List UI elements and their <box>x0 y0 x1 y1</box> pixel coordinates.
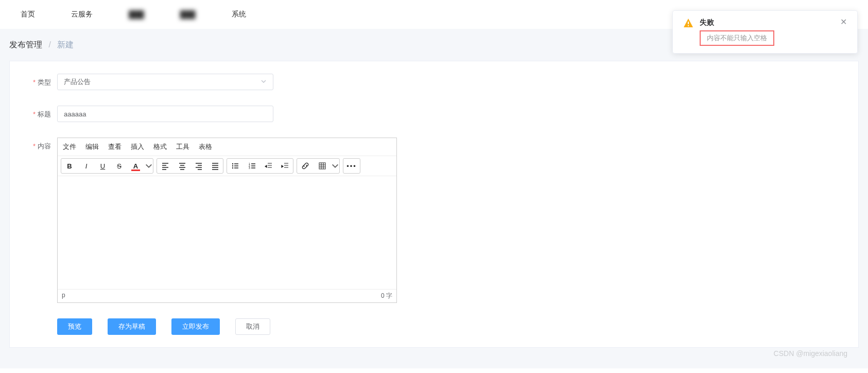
menu-edit[interactable]: 编辑 <box>85 142 99 151</box>
rich-text-editor: 文件 编辑 查看 插入 格式 工具 表格 B I U S A <box>57 138 397 303</box>
nav-item-system[interactable]: 系统 <box>232 10 246 19</box>
italic-icon[interactable]: I <box>78 159 94 173</box>
text-color-dropdown-icon[interactable] <box>144 159 153 173</box>
cancel-button[interactable]: 取消 <box>235 318 270 335</box>
underline-icon[interactable]: U <box>94 159 111 173</box>
svg-point-2 <box>232 167 233 168</box>
chevron-down-icon <box>261 78 267 86</box>
menu-format[interactable]: 格式 <box>153 142 167 151</box>
nav-item-home[interactable]: 首页 <box>21 10 35 19</box>
type-select-value: 产品公告 <box>64 77 91 87</box>
close-icon[interactable]: ✕ <box>840 18 847 46</box>
bold-icon[interactable]: B <box>61 159 78 173</box>
warning-icon <box>683 18 693 28</box>
outdent-icon[interactable] <box>260 159 276 173</box>
menu-view[interactable]: 查看 <box>108 142 121 151</box>
publish-button[interactable]: 立即发布 <box>171 318 220 335</box>
align-center-icon[interactable] <box>173 159 190 173</box>
menu-tools[interactable]: 工具 <box>176 142 189 151</box>
ordered-list-icon[interactable]: 123 <box>244 159 260 173</box>
nav-item-redacted-2[interactable]: ███ <box>180 10 196 19</box>
menu-insert[interactable]: 插入 <box>131 142 144 151</box>
preview-button[interactable]: 预览 <box>57 318 92 335</box>
breadcrumb-separator: / <box>48 40 50 49</box>
label-type: *类型 <box>22 74 51 87</box>
nav-item-redacted-1[interactable]: ███ <box>129 10 144 19</box>
form-card: *类型 产品公告 *标题 *内容 <box>9 61 859 348</box>
svg-point-0 <box>232 163 233 164</box>
indent-icon[interactable] <box>276 159 293 173</box>
more-icon[interactable]: ••• <box>343 159 360 173</box>
menu-table[interactable]: 表格 <box>199 142 212 151</box>
strikethrough-icon[interactable]: S <box>111 159 127 173</box>
nav-item-cloud[interactable]: 云服务 <box>71 10 93 19</box>
svg-rect-7 <box>688 22 689 24</box>
editor-status-path: p <box>62 292 65 300</box>
title-input[interactable] <box>57 106 273 122</box>
svg-text:3: 3 <box>249 166 250 169</box>
text-color-icon[interactable]: A <box>127 159 144 173</box>
table-dropdown-icon[interactable] <box>330 159 339 173</box>
editor-body[interactable] <box>58 176 396 289</box>
error-toast: 失败 内容不能只输入空格 ✕ <box>672 10 858 54</box>
save-draft-button[interactable]: 存为草稿 <box>108 318 156 335</box>
editor-word-count: 0 字 <box>381 292 392 300</box>
label-title: *标题 <box>22 106 51 119</box>
svg-point-1 <box>232 165 233 166</box>
editor-toolbar: B I U S A <box>58 156 396 176</box>
type-select[interactable]: 产品公告 <box>57 74 273 90</box>
label-content: *内容 <box>22 138 51 151</box>
align-right-icon[interactable] <box>190 159 206 173</box>
bullet-list-icon[interactable] <box>227 159 244 173</box>
toast-title: 失败 <box>700 18 834 27</box>
breadcrumb-sub: 新建 <box>57 40 74 49</box>
breadcrumb-main[interactable]: 发布管理 <box>9 40 42 49</box>
align-left-icon[interactable] <box>157 159 173 173</box>
svg-rect-8 <box>688 25 689 26</box>
link-icon[interactable] <box>297 159 314 173</box>
align-justify-icon[interactable] <box>206 159 223 173</box>
menu-file[interactable]: 文件 <box>63 142 76 151</box>
editor-menubar: 文件 编辑 查看 插入 格式 工具 表格 <box>58 138 396 156</box>
form-actions: 预览 存为草稿 立即发布 取消 <box>22 318 846 335</box>
toast-message: 内容不能只输入空格 <box>700 30 774 46</box>
svg-rect-6 <box>319 163 325 169</box>
table-icon[interactable] <box>314 159 330 173</box>
